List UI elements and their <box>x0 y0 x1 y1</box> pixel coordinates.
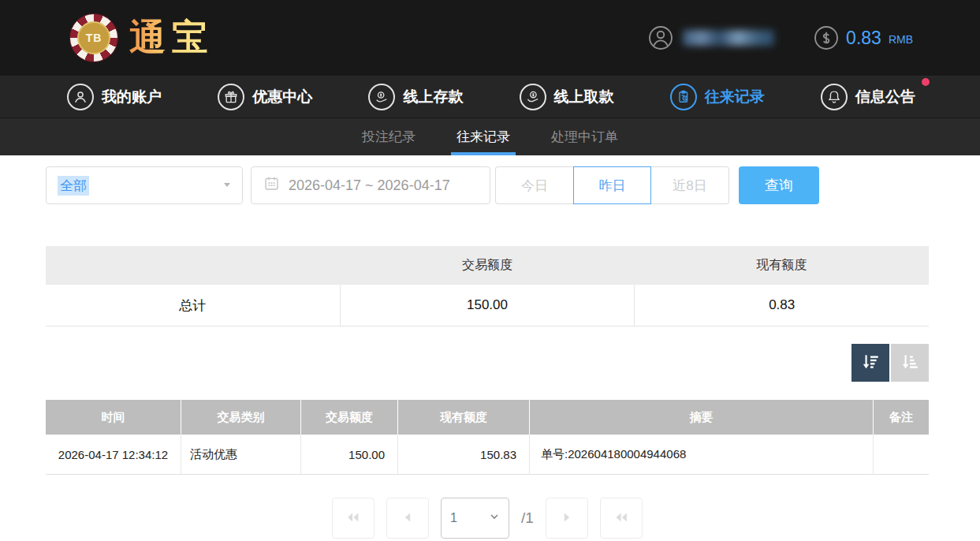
balance-currency: RMB <box>889 30 913 46</box>
summary-total-label: 总计 <box>46 285 341 326</box>
brand-name: 通宝 <box>129 13 214 62</box>
summary-current-balance: 0.83 <box>635 285 929 326</box>
records-header-row: 时间 交易类别 交易额度 现有额度 摘要 备注 <box>46 400 929 435</box>
tab-betting-records[interactable]: 投注纪录 <box>362 118 415 155</box>
header-current-balance: 现有额度 <box>398 400 530 435</box>
prev-page-icon <box>399 509 416 528</box>
user-icon <box>67 84 94 110</box>
chevron-down-icon <box>222 178 232 192</box>
cell-note <box>874 435 929 474</box>
first-page-icon <box>345 509 362 528</box>
summary-header-row: 交易额度 现有额度 <box>46 246 929 285</box>
chip-label: TB <box>77 21 110 54</box>
pagination: 1 /1 <box>46 498 929 539</box>
nav-item-my-account[interactable]: 我的账户 <box>67 84 162 110</box>
next-page-icon <box>558 509 576 528</box>
quick-date-group: 今日 昨日 近8日 <box>495 166 729 204</box>
nav-item-announcements[interactable]: 信息公告 <box>821 84 915 110</box>
page-total: /1 <box>521 509 534 527</box>
balance-amount: 0.83 <box>846 28 881 49</box>
notification-badge-dot <box>922 78 930 86</box>
type-select[interactable]: 全部 <box>46 166 243 204</box>
sort-controls <box>46 344 929 382</box>
nav-item-online-withdraw[interactable]: 线上取款 <box>520 84 614 110</box>
dollar-coin-icon <box>814 25 839 50</box>
summary-trade-amount: 150.00 <box>341 285 635 326</box>
nav-label: 优惠中心 <box>252 87 312 107</box>
date-range-value: 2026-04-17 ~ 2026-04-17 <box>289 177 450 194</box>
page-select[interactable]: 1 <box>441 498 509 539</box>
nav-label: 线上取款 <box>554 87 614 107</box>
header-trade-amount: 交易额度 <box>301 400 398 435</box>
nav-item-online-deposit[interactable]: 线上存款 <box>368 84 463 110</box>
date-range-picker[interactable]: 2026-04-17 ~ 2026-04-17 <box>251 166 490 204</box>
summary-table: 交易额度 现有额度 总计 150.00 0.83 <box>46 246 929 326</box>
nav-label: 信息公告 <box>855 87 915 107</box>
top-header: TB 通宝 0.83 RMB <box>0 0 980 76</box>
cell-current-balance: 150.83 <box>398 435 530 474</box>
cell-transaction-type: 活动优惠 <box>181 435 301 474</box>
filter-row: 全部 2026-04-17 ~ 2026-04-17 今日 昨日 近8日 查询 <box>46 166 929 204</box>
tab-processing-orders[interactable]: 处理中订单 <box>551 118 618 155</box>
main-nav: 我的账户 优惠中心 线上存款 线上取款 <box>0 76 980 118</box>
balance-block[interactable]: 0.83 RMB <box>814 25 913 50</box>
username-blurred <box>683 30 774 46</box>
chevron-down-icon <box>489 511 500 525</box>
brand-logo[interactable]: TB 通宝 <box>69 13 214 62</box>
nav-label: 线上存款 <box>403 87 463 107</box>
summary-total-row: 总计 150.00 0.83 <box>46 285 929 326</box>
sort-ascending-icon <box>900 352 920 375</box>
page-select-value: 1 <box>450 511 457 525</box>
nav-label: 往来记录 <box>705 87 765 107</box>
gift-icon <box>218 84 244 110</box>
table-row: 2026-04-17 12:34:12 活动优惠 150.00 150.83 单… <box>46 435 929 475</box>
topbar-right: 0.83 RMB <box>648 25 913 50</box>
last-8-days-button[interactable]: 近8日 <box>651 166 729 204</box>
bell-icon <box>821 84 848 110</box>
header-time: 时间 <box>46 400 181 435</box>
withdraw-icon <box>520 84 546 110</box>
cell-memo: 单号:202604180004944068 <box>530 435 874 474</box>
next-page-button[interactable] <box>546 498 588 539</box>
yesterday-button[interactable]: 昨日 <box>573 166 651 204</box>
nav-item-promotions[interactable]: 优惠中心 <box>218 84 312 110</box>
prev-page-button[interactable] <box>386 498 429 539</box>
records-icon <box>670 84 697 110</box>
cell-trade-amount: 150.00 <box>301 435 398 474</box>
user-icon <box>648 25 673 50</box>
content-area: 全部 2026-04-17 ~ 2026-04-17 今日 昨日 近8日 查询 <box>0 166 980 539</box>
tab-transaction-records[interactable]: 往来记录 <box>456 118 510 155</box>
type-select-value: 全部 <box>58 176 89 196</box>
last-page-button[interactable] <box>600 498 643 539</box>
today-button[interactable]: 今日 <box>495 166 573 204</box>
user-block[interactable] <box>648 25 774 50</box>
records-table: 时间 交易类别 交易额度 现有额度 摘要 备注 2026-04-17 12:34… <box>46 400 929 475</box>
deposit-icon <box>368 84 395 110</box>
summary-header-current-balance: 现有额度 <box>635 257 929 274</box>
nav-label: 我的账户 <box>102 87 162 107</box>
sort-descending-icon <box>860 352 881 375</box>
first-page-button[interactable] <box>332 498 374 539</box>
sub-nav: 投注纪录 往来记录 处理中订单 <box>0 118 980 155</box>
sort-descending-button[interactable] <box>851 344 889 382</box>
calendar-icon <box>263 175 280 196</box>
cell-time: 2026-04-17 12:34:12 <box>46 435 181 474</box>
summary-header-trade-amount: 交易额度 <box>340 257 634 274</box>
poker-chip-icon: TB <box>69 13 118 62</box>
last-page-icon <box>613 509 630 528</box>
header-memo: 摘要 <box>530 400 874 435</box>
search-button[interactable]: 查询 <box>739 166 819 204</box>
header-transaction-type: 交易类别 <box>181 400 301 435</box>
header-note: 备注 <box>874 400 929 435</box>
sort-ascending-button[interactable] <box>891 344 929 382</box>
nav-item-transaction-records[interactable]: 往来记录 <box>670 84 765 110</box>
